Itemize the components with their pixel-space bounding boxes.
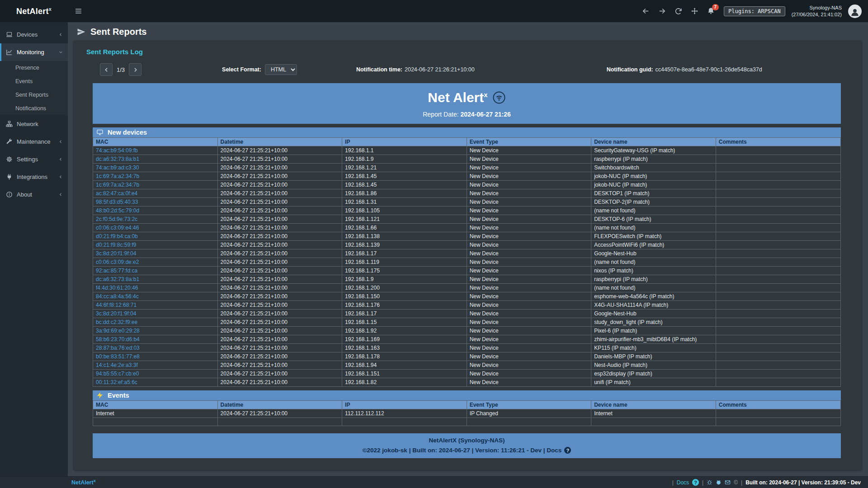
next-page-button[interactable] [129, 63, 142, 76]
sidebar-item-network[interactable]: Network [0, 115, 68, 133]
mac-link[interactable]: 3c:8d:20:f1:9f:04 [96, 250, 136, 257]
content-area: Sent Reports Sent Reports Log 1/3 Select… [68, 22, 868, 476]
mac-link[interactable]: dc:a6:32:73:8a:b1 [96, 276, 139, 282]
sidebar-item-monitoring[interactable]: Monitoring [0, 43, 68, 61]
chevron-down-icon [58, 50, 63, 55]
mail-icon[interactable] [725, 479, 731, 485]
mac-link[interactable]: d0:21:f9:b4:ca:0b [96, 233, 138, 239]
column-header: Comments [716, 138, 840, 146]
column-header: Datetime [217, 138, 342, 146]
report-date-value: 2024-06-27 21:26 [460, 111, 510, 118]
sidebar-toggle-button[interactable] [71, 4, 86, 19]
plugins-badge[interactable]: Plugins: ARPSCAN [724, 6, 785, 16]
sent-reports-card: Sent Reports Log 1/3 Select Format: HTML [74, 41, 862, 470]
sidebar-item-label: Integrations [17, 174, 47, 180]
section-title: New devices [108, 129, 147, 136]
refresh-icon [675, 7, 682, 15]
footer-brand-link[interactable]: NetAlertx [71, 479, 96, 486]
mac-link[interactable]: 94:b5:55:c7:cb:e0 [96, 371, 139, 377]
nav-forward-button[interactable] [654, 4, 670, 19]
nav-move-button[interactable] [687, 4, 702, 19]
notification-count-badge: 7 [712, 4, 719, 10]
format-select[interactable]: HTML [265, 64, 297, 75]
section-title: Events [108, 392, 129, 399]
mac-link[interactable]: 58:b6:23:70:d6:b4 [96, 336, 140, 343]
table-row: 3c:8d:20:f1:9f:042024-06-27 21:25:21+10:… [93, 249, 841, 258]
bug-icon[interactable] [707, 479, 712, 485]
mac-link[interactable]: 84:cc:a8:4a:56:4c [96, 293, 139, 300]
nav-refresh-button[interactable] [670, 4, 686, 19]
mac-link[interactable]: c0:06:c3:09:de:e2 [96, 259, 139, 265]
sidebar-item-events[interactable]: Events [0, 75, 68, 88]
sidebar-item-presence[interactable]: Presence [0, 61, 68, 75]
table-row: 44:6f:f8:12:68:712024-06-27 21:25:21+10:… [93, 301, 841, 310]
sidebar-item-about[interactable]: About [0, 186, 68, 203]
report-footer-line1: NetAlertX (Synology-NAS) [93, 437, 841, 444]
column-header: IP [342, 138, 467, 146]
table-header-row: MAC Datetime IP Event Type Device name C… [93, 401, 841, 409]
mac-link[interactable]: f4:4d:30:61:20:46 [96, 285, 138, 291]
mac-link[interactable]: 92:ac:85:77:fd:ca [96, 267, 137, 274]
column-header: MAC [93, 138, 218, 146]
mac-link[interactable]: 74:ac:b9:54:09:fb [96, 147, 138, 154]
sidebar-item-notifications[interactable]: Notifications [0, 102, 68, 115]
table-row: bc:dd:c2:32:f9:ee2024-06-27 21:25:21+10:… [93, 318, 841, 327]
mac-link[interactable]: 3c:8d:20:f1:9f:04 [96, 310, 136, 317]
network-icon [6, 121, 13, 127]
page-indicator: 1/3 [117, 66, 125, 73]
table-row: 98:5f:d3:d5:40:332024-06-27 21:25:21+10:… [93, 198, 841, 206]
mac-link[interactable]: ac:82:47:ca:0f:e4 [96, 190, 137, 197]
report-title: Net Alertx [93, 90, 841, 105]
report-header: Net Alertx Report Date: 2024-06-27 21:26 [93, 83, 841, 124]
new-devices-table: MAC Datetime IP Event Type Device name C… [93, 137, 841, 387]
table-row: 3c:8d:20:f1:9f:042024-06-27 21:25:21+10:… [93, 310, 841, 318]
copyright-icon[interactable] [734, 479, 738, 486]
table-row: 92:ac:85:77:fd:ca2024-06-27 21:25:21+10:… [93, 267, 841, 275]
format-label: Select Format: [222, 66, 261, 73]
prev-page-button[interactable] [100, 63, 113, 76]
page-title: Sent Reports [90, 27, 146, 37]
footer-docs-link[interactable]: Docs [677, 479, 689, 486]
sidebar-item-sent-reports[interactable]: Sent Reports [0, 88, 68, 102]
mac-link[interactable]: dc:a6:32:73:8a:b1 [96, 156, 139, 162]
mac-link[interactable]: d0:21:f9:8c:59:f9 [96, 242, 136, 248]
notifications-bell-button[interactable]: 7 [703, 4, 718, 19]
sidebar-item-maintenance[interactable]: Maintenance [0, 133, 68, 150]
mac-link[interactable]: 2c:f0:5d:9e:73:2c [96, 216, 137, 222]
top-navbar: NetAlertx 7 Plugins: ARPSCAN Synology-NA… [0, 0, 868, 22]
user-icon [850, 5, 860, 17]
notification-time-label: Notification time: [356, 66, 402, 73]
mac-link[interactable]: 28:87:ba:76:ed:03 [96, 345, 140, 351]
table-row: dc:a6:32:73:8a:b12024-06-27 21:25:21+10:… [93, 275, 841, 284]
table-row: ac:82:47:ca:0f:e42024-06-27 21:25:21+10:… [93, 189, 841, 198]
sidebar-item-devices[interactable]: Devices [0, 26, 68, 43]
brand-logo[interactable]: NetAlertx [0, 6, 68, 16]
sidebar-item-integrations[interactable]: Integrations [0, 168, 68, 186]
user-avatar[interactable] [848, 5, 862, 18]
github-icon[interactable] [716, 479, 722, 485]
mac-link[interactable]: 74:ac:b9:ad:c3:30 [96, 164, 139, 171]
help-question-icon[interactable] [564, 447, 571, 454]
mac-link[interactable]: 00:11:32:ef:a5:6c [96, 379, 137, 385]
mac-link[interactable]: 3a:9d:69:e0:29:28 [96, 328, 140, 334]
mac-link[interactable]: 98:5f:d3:d5:40:33 [96, 199, 138, 205]
sidebar-item-label: Settings [17, 156, 38, 163]
sidebar-item-settings[interactable]: Settings [0, 150, 68, 168]
table-row: 00:11:32:ef:a5:6c2024-06-27 21:25:21+10:… [93, 378, 841, 387]
mac-link[interactable]: b0:be:83:51:77:e8 [96, 353, 140, 360]
table-header-row: MAC Datetime IP Event Type Device name C… [93, 138, 841, 146]
wrench-icon [6, 138, 13, 145]
mac-link[interactable]: 14:c1:4e:2e:a3:3f [96, 362, 138, 368]
nav-back-button[interactable] [638, 4, 653, 19]
notification-guid-value: cc44507e-8ea6-48e7-90c1-26de548ca37d [655, 66, 762, 73]
mac-link[interactable]: 1c:69:7a:a2:34:7b [96, 182, 139, 188]
mac-link[interactable]: c0:06:c3:09:e4:46 [96, 225, 139, 231]
mac-link[interactable]: bc:dd:c2:32:f9:ee [96, 319, 137, 325]
separator: | [672, 479, 674, 486]
mac-link[interactable]: 48:b0:2d:5c:79:0d [96, 207, 139, 214]
mac-link[interactable]: 1c:69:7a:a2:34:7b [96, 173, 139, 179]
mac-link[interactable]: 44:6f:f8:12:68:71 [96, 302, 137, 308]
help-question-icon[interactable] [692, 479, 699, 486]
table-row: d0:21:f9:b4:ca:0b2024-06-27 21:25:21+10:… [93, 232, 841, 241]
sent-reports-log-link[interactable]: Sent Reports Log [86, 48, 143, 56]
